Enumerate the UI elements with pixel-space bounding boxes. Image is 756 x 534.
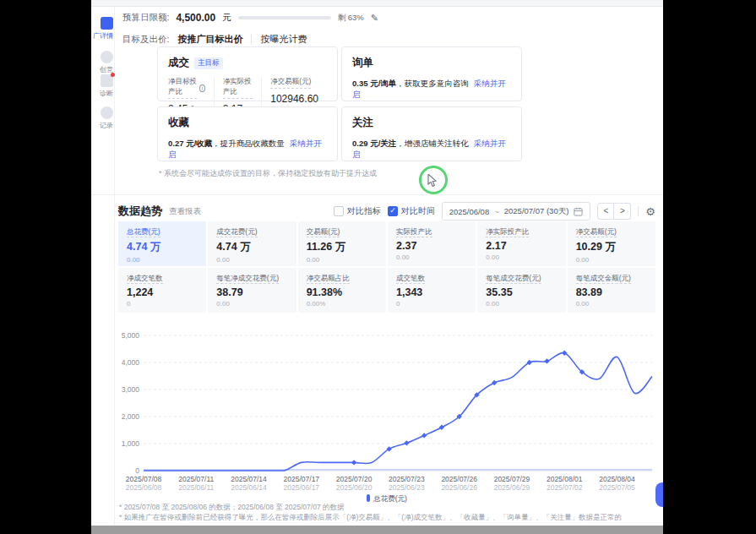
metric-label: 净交易额(元) [270,77,311,89]
daily-budget-row: 预算日限额: 4,500.00 元 剩 63% ✎ [122,12,378,24]
date-separator: ~ [494,207,499,216]
goal-bid-label: 目标及出价: [122,34,169,46]
info-icon[interactable]: i [199,84,205,92]
metric-tile[interactable]: 净成交笔数1,2240 [118,268,206,313]
svg-text:2025/07/17: 2025/07/17 [284,475,320,483]
footnote-1: * 2025/07/08 至 2025/08/06 的数据；2025/06/08… [119,503,345,513]
bid-option-exposure[interactable]: 按曝光计费 [260,33,307,46]
tile-value: 83.89 [576,286,647,298]
metric-tile[interactable]: 交易额(元)11.26 万0.00 [298,221,386,266]
legend-swatch [367,494,370,502]
tile-label: 实际投产比 [396,227,467,237]
svg-text:5,000: 5,000 [122,331,140,340]
price: 0.27 元/收藏 [168,139,212,148]
desc: ，增强店铺关注转化 [396,139,469,148]
tile-sub-value: 0.00 [486,253,557,261]
tile-sub-value: 0.00 [576,300,647,308]
data-point-marker [404,440,409,445]
tile-label: 每笔成交金额(元) [576,274,647,284]
svg-text:4,000: 4,000 [122,358,140,367]
desc: ，获取更多意向咨询 [396,79,469,88]
checkbox[interactable] [334,206,344,216]
primary-goal-badge: 主目标 [194,57,223,69]
settings-gear-icon[interactable]: ⚙ [645,206,655,217]
legend-label: 总花费(元) [373,494,407,503]
trend-title: 数据趋势 [118,204,162,219]
svg-text:2025/07/29: 2025/07/29 [494,475,530,483]
edit-budget-icon[interactable]: ✎ [371,14,378,23]
tile-sub-value: 0.00 [486,300,557,308]
view-report-link[interactable]: 查看报表 [169,206,201,217]
goal-cards: 成交 主目标 净目标投产比i 2.45✎ 净实际投产比 2.17 净交易额(元)… [157,46,525,161]
svg-text:2025/07/08: 2025/07/08 [126,475,162,483]
prev-period-button[interactable]: < [597,203,614,220]
tile-sub-value: 0 [396,300,467,308]
goal-card-favorite: 收藏 0.27 元/收藏，提升商品收藏数量采纳并开启 [157,106,338,161]
metric-tile[interactable]: 净交易额(元)10.29 万0.00 [568,221,655,266]
sidebar-item[interactable]: 记录 [91,106,115,130]
svg-text:2025/07/05: 2025/07/05 [599,483,635,492]
tile-sub-value: 0 [127,300,198,308]
metric-tile[interactable]: 每笔净成交花费(元)38.790.00 [208,268,296,313]
svg-text:3,000: 3,000 [122,385,140,394]
sidebar-item-icon [101,74,113,87]
metric-tile[interactable]: 每笔成交金额(元)83.890.00 [568,268,655,313]
checkbox-label: 对比指标 [347,205,381,217]
tile-value: 10.29 万 [576,240,647,254]
sidebar-item-icon [101,17,113,30]
left-sidebar: 广详情创意诊断记录 [91,7,115,526]
tile-value: 2.17 [486,240,557,252]
metric-tile[interactable]: 净实际投产比2.170.00 [477,221,565,266]
tile-sub-value: 0.00 [396,253,467,261]
sidebar-item[interactable]: 诊断 [91,74,115,98]
metric-tile[interactable]: 成交花费(元)4.74 万0.00 [208,221,296,266]
sidebar-item-label: 记录 [91,121,115,130]
sidebar-item[interactable]: 广详情 [91,17,115,41]
svg-text:2025/06/29: 2025/06/29 [494,483,530,492]
metric-tile[interactable]: 每笔成交花费(元)35.350.00 [477,268,565,313]
svg-text:2025/07/26: 2025/07/26 [441,475,477,483]
tile-value: 38.79 [216,286,287,298]
svg-text:2025/07/20: 2025/07/20 [336,475,373,483]
section-divider [91,194,663,195]
data-point-marker [351,460,356,465]
checkbox[interactable] [388,206,398,216]
checkbox-label: 对比时间 [401,205,435,217]
trend-header: 数据趋势 查看报表 对比指标 对比时间 2025/06/08 ~ 2025/07… [118,202,655,221]
footnote-2: * 如果推广在暂停或删除前已经获得了曝光，那么在暂停或删除后展示「(净)交易额」… [119,513,622,523]
tile-label: 净实际投产比 [486,227,557,237]
calendar-icon [574,207,583,216]
compare-time-checkbox[interactable]: 对比时间 [388,205,435,217]
goal-card-deal: 成交 主目标 净目标投产比i 2.45✎ 净实际投产比 2.17 净交易额(元)… [157,46,338,101]
svg-text:2025/06/17: 2025/06/17 [284,483,320,492]
side-float-button[interactable] [655,482,663,507]
sidebar-item-icon [101,106,113,119]
metric-tile[interactable]: 实际投产比2.370.00 [388,221,476,266]
sidebar-item-icon [101,51,113,63]
svg-text:2025/07/14: 2025/07/14 [231,475,267,483]
data-point-marker [562,351,567,356]
budget-label: 预算日限额: [122,12,169,24]
compare-metric-checkbox[interactable]: 对比指标 [334,205,381,217]
metric-tile[interactable]: 净交易额占比91.38%0.00% [298,268,386,313]
tile-label: 每笔成交花费(元) [486,274,557,284]
tile-label: 净成交笔数 [127,274,198,284]
tile-label: 成交花费(元) [216,227,287,237]
tile-value: 1,224 [127,286,198,298]
goal-note: * 系统会尽可能达成你设置的目标，保持稳定投放有助于提升达成 [159,168,377,179]
tile-label: 净交易额占比 [307,274,378,284]
svg-text:2025/07/11: 2025/07/11 [178,475,214,483]
metric-tile[interactable]: 总花费(元)4.74 万0.00 [118,221,206,266]
desc: ，提升商品收藏数量 [212,139,285,148]
metric-tile[interactable]: 成交笔数1,3430 [388,268,476,313]
bid-option-goal[interactable]: 按推广目标出价 [177,33,242,46]
divider [251,35,252,45]
budget-progress-bar [238,16,331,19]
trend-line-chart[interactable]: 01,0002,0003,0004,0005,0002025/07/082025… [118,324,655,493]
bottom-bar [91,526,663,534]
card-title: 关注 [352,116,373,130]
date-range-input[interactable]: 2025/06/08 ~ 2025/07/07 (30天) [442,202,591,221]
next-period-button[interactable]: > [614,203,631,220]
data-point-marker [544,358,549,363]
sidebar-item[interactable]: 创意 [91,51,115,74]
